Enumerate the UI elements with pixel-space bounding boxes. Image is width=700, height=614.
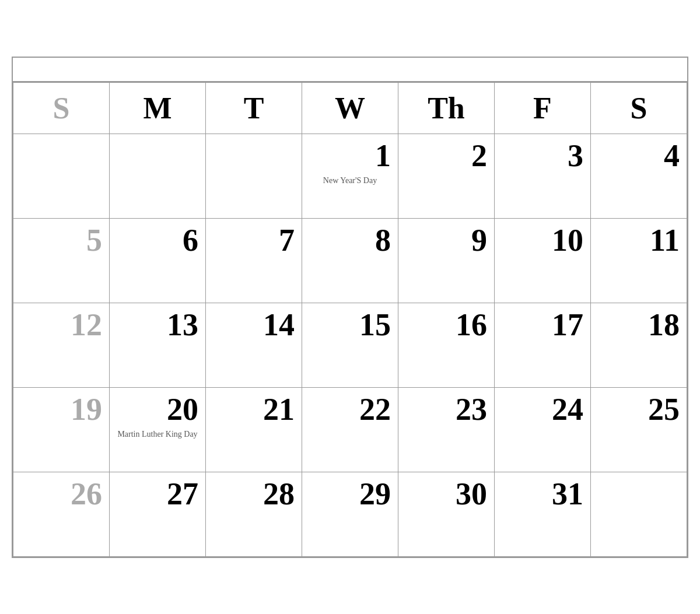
calendar-day-cell: 20Martin Luther King Day (110, 387, 206, 472)
holiday-label: Martin Luther King Day (117, 429, 198, 440)
day-number: 23 (405, 392, 487, 427)
day-header: S (591, 82, 687, 134)
calendar-day-cell: 31 (495, 472, 591, 556)
holiday-label: New Year'S Day (309, 176, 391, 186)
day-header: M (110, 82, 206, 134)
day-number: 13 (117, 308, 198, 342)
day-header: W (302, 82, 398, 134)
day-number: 14 (213, 308, 295, 342)
calendar-title (13, 58, 687, 82)
day-number: 18 (598, 308, 680, 342)
day-number: 9 (405, 223, 487, 258)
day-number: 1 (309, 139, 391, 173)
calendar-day-cell: 25 (591, 387, 687, 472)
calendar-day-cell: 13 (110, 303, 206, 387)
calendar-week-row: 12131415161718 (13, 303, 687, 387)
calendar-day-cell: 8 (302, 218, 398, 303)
calendar-day-cell: 5 (13, 218, 110, 303)
day-number: 2 (405, 139, 487, 173)
calendar-day-cell: 29 (302, 472, 398, 556)
day-number: 27 (117, 477, 198, 511)
calendar-day-cell: 1New Year'S Day (302, 134, 398, 218)
calendar-day-cell: 27 (110, 472, 206, 556)
day-number: 29 (309, 477, 391, 511)
calendar-day-cell: 12 (13, 303, 110, 387)
day-number: 26 (20, 477, 102, 511)
calendar-day-cell: 10 (495, 218, 591, 303)
calendar-day-cell: 6 (110, 218, 206, 303)
calendar-day-cell (13, 134, 110, 218)
day-number: 30 (405, 477, 487, 511)
day-number: 10 (502, 223, 583, 258)
calendar-week-row: 1New Year'S Day234 (13, 134, 687, 218)
calendar-day-cell: 16 (398, 303, 495, 387)
calendar-day-cell: 17 (495, 303, 591, 387)
day-header: T (206, 82, 302, 134)
day-number: 25 (598, 392, 680, 427)
calendar-day-cell: 30 (398, 472, 495, 556)
day-number: 24 (502, 392, 583, 427)
day-number: 21 (213, 392, 295, 427)
calendar-day-cell: 24 (495, 387, 591, 472)
day-number: 12 (20, 308, 102, 342)
calendar-grid: SMTWThFS 1New Year'S Day2345678910111213… (13, 82, 687, 557)
calendar-day-cell (206, 134, 302, 218)
day-number: 3 (502, 139, 583, 173)
day-header: F (495, 82, 591, 134)
calendar-day-cell: 26 (13, 472, 110, 556)
day-number: 11 (598, 223, 680, 258)
calendar-body: 1New Year'S Day2345678910111213141516171… (13, 134, 687, 556)
calendar-day-cell: 9 (398, 218, 495, 303)
calendar-day-cell: 3 (495, 134, 591, 218)
calendar-week-row: 1920Martin Luther King Day2122232425 (13, 387, 687, 472)
calendar-day-cell: 4 (591, 134, 687, 218)
day-number: 6 (117, 223, 198, 258)
calendar-day-cell: 28 (206, 472, 302, 556)
day-number: 7 (213, 223, 295, 258)
calendar-day-cell: 19 (13, 387, 110, 472)
day-number: 31 (502, 477, 583, 511)
calendar-day-cell (591, 472, 687, 556)
day-number: 16 (405, 308, 487, 342)
day-number: 20 (117, 392, 198, 427)
header-row: SMTWThFS (13, 82, 687, 134)
calendar-day-cell: 21 (206, 387, 302, 472)
day-number: 22 (309, 392, 391, 427)
calendar-day-cell: 11 (591, 218, 687, 303)
calendar-day-cell: 23 (398, 387, 495, 472)
calendar-day-cell: 15 (302, 303, 398, 387)
day-number: 5 (20, 223, 102, 258)
calendar-container: SMTWThFS 1New Year'S Day2345678910111213… (12, 57, 688, 558)
calendar-day-cell (110, 134, 206, 218)
day-header: Th (398, 82, 495, 134)
calendar-week-row: 567891011 (13, 218, 687, 303)
day-number: 15 (309, 308, 391, 342)
day-number: 19 (20, 392, 102, 427)
day-number: 8 (309, 223, 391, 258)
calendar-day-cell: 22 (302, 387, 398, 472)
day-number: 28 (213, 477, 295, 511)
day-number: 17 (502, 308, 583, 342)
calendar-day-cell: 2 (398, 134, 495, 218)
day-header: S (13, 82, 110, 134)
day-number: 4 (598, 139, 680, 173)
calendar-day-cell: 14 (206, 303, 302, 387)
calendar-week-row: 262728293031 (13, 472, 687, 556)
calendar-day-cell: 7 (206, 218, 302, 303)
calendar-day-cell: 18 (591, 303, 687, 387)
